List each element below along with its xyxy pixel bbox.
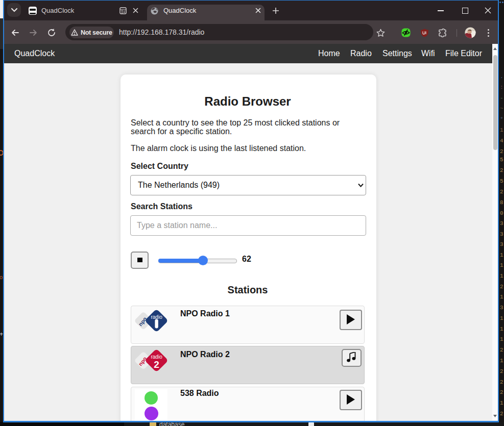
svg-text:2: 2 (154, 359, 159, 370)
svg-text:radio: radio (151, 314, 162, 320)
